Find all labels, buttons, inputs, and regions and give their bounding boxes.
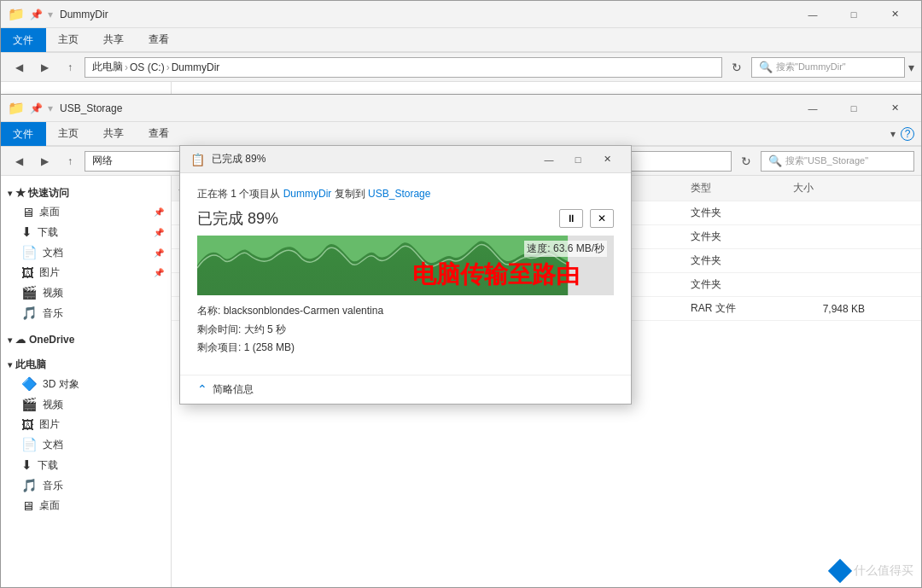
minimize-button-back[interactable]: — (793, 1, 832, 28)
pictures-icon: 🖼 (21, 265, 34, 280)
settings-icon-back: ▾ (908, 61, 914, 74)
ribbon-dummydir: 文件 主页 共享 查看 (1, 28, 921, 53)
sidebar-item-downloads[interactable]: ⬇ 下载 📌 (1, 222, 171, 242)
minimize-button-usb[interactable]: — (793, 95, 832, 122)
forward-button-back[interactable]: ▶ (33, 57, 55, 78)
docs2-label: 文档 (43, 438, 63, 452)
downloads-label: 下载 (38, 225, 58, 240)
watermark-label: 什么值得买 (854, 563, 913, 579)
search-box-usb[interactable]: 🔍 搜索"USB_Storage" (761, 151, 914, 172)
dest-link[interactable]: USB_Storage (368, 188, 430, 200)
desktop2-label: 桌面 (39, 498, 60, 513)
close-button-back[interactable]: ✕ (875, 1, 914, 28)
window-controls-dummydir: — □ ✕ (793, 1, 914, 28)
pin-desktop-icon: 📌 (154, 207, 164, 217)
progress-dialog: 📋 已完成 89% — □ ✕ 正在将 1 个项目从 DummyDir 复制到 … (179, 145, 632, 405)
ribbon-tabs-dummydir: 文件 主页 共享 查看 (1, 28, 921, 52)
quick-access-label: ★ 快速访问 (15, 186, 69, 201)
tab-file-back[interactable]: 文件 (1, 28, 46, 52)
sidebar-onedrive[interactable]: ▾ ☁ OneDrive (1, 330, 171, 347)
progress-controls: ⏸ ✕ (559, 209, 614, 228)
sidebar-item-pictures2[interactable]: 🖼 图片 (1, 415, 171, 434)
close-button-usb[interactable]: ✕ (875, 95, 914, 122)
speed-label: 速度: 63.6 MB/秒 (524, 241, 607, 257)
tab-home-usb[interactable]: 主页 (46, 122, 91, 145)
dialog-title-bar: 📋 已完成 89% — □ ✕ (180, 146, 631, 173)
logo-diamond-icon (828, 559, 852, 583)
dialog-minimize-button[interactable]: — (535, 150, 563, 169)
sidebar-item-downloads2[interactable]: ⬇ 下载 (1, 455, 171, 475)
onedrive-icon: ☁ (15, 334, 26, 346)
videos2-icon: 🎬 (21, 397, 38, 412)
sidebar-item-documents[interactable]: 📄 文档 📌 (1, 242, 171, 263)
folder-icon-usb: 📁 (8, 100, 25, 116)
maximize-button-back[interactable]: □ (834, 1, 873, 28)
col-header-size[interactable]: 大小 (786, 179, 872, 197)
page-watermark: 什么值得买 (832, 562, 913, 579)
docs2-icon: 📄 (21, 437, 38, 452)
videos-icon: 🎬 (21, 285, 38, 300)
documents-icon: 📄 (21, 245, 38, 260)
refresh-button-back[interactable]: ↻ (726, 57, 748, 78)
sidebar-item-music2[interactable]: 🎵 音乐 (1, 475, 171, 496)
tab-view-back[interactable]: 查看 (137, 28, 182, 51)
progress-percent-row: 已完成 89% ⏸ ✕ (197, 208, 614, 229)
dialog-footer[interactable]: ⌃ 简略信息 (180, 375, 631, 404)
window-title-dummydir: DummyDir (60, 9, 793, 20)
this-pc-label: 此电脑 (15, 358, 46, 372)
desktop-icon: 🖥 (21, 205, 34, 219)
title-separator: ▾ (48, 9, 53, 20)
tab-home-back[interactable]: 主页 (46, 28, 91, 51)
progress-details: 名称: blacksonblondes-Carmen valentina 剩余时… (197, 302, 614, 358)
back-button-back[interactable]: ◀ (8, 57, 30, 78)
3d-icon: 🔷 (21, 376, 38, 392)
sidebar-item-desktop2[interactable]: 🖥 桌面 (1, 496, 171, 515)
tab-view-usb[interactable]: 查看 (137, 122, 182, 145)
sidebar-item-music[interactable]: 🎵 音乐 (1, 303, 171, 323)
music2-icon: 🎵 (21, 478, 38, 493)
window-title-usb: USB_Storage (60, 102, 793, 114)
sidebar-usb: ▾ ★ 快速访问 🖥 桌面 📌 ⬇ 下载 📌 📄 文档 📌 🖼 图片 (1, 176, 172, 587)
title-folder-icons-usb: 📁 📌 ▾ (8, 100, 53, 116)
up-button-usb[interactable]: ↑ (59, 151, 81, 172)
tab-file-usb[interactable]: 文件 (1, 122, 46, 146)
pictures2-label: 图片 (39, 417, 60, 432)
up-button-back[interactable]: ↑ (59, 57, 81, 78)
sidebar-item-3d[interactable]: 🔷 3D 对象 (1, 374, 171, 394)
sidebar-item-pictures[interactable]: 🖼 图片 📌 (1, 263, 171, 282)
sidebar-this-pc[interactable]: ▾ 此电脑 (1, 354, 171, 374)
address-path-back[interactable]: 此电脑 › OS (C:) › DummyDir (85, 57, 722, 78)
dialog-title-text: 已完成 89% (212, 152, 535, 166)
pin-docs-icon: 📌 (154, 248, 164, 258)
chevron-onedrive-icon: ▾ (8, 335, 12, 345)
search-icon-back: 🔍 (759, 61, 773, 73)
file-name-detail: 名称: blacksonblondes-Carmen valentina (197, 302, 614, 321)
pause-button[interactable]: ⏸ (559, 209, 583, 228)
forward-button-usb[interactable]: ▶ (33, 151, 55, 172)
col-header-type[interactable]: 类型 (684, 179, 786, 197)
refresh-button-usb[interactable]: ↻ (735, 151, 757, 172)
dialog-maximize-button[interactable]: □ (564, 150, 592, 169)
maximize-button-usb[interactable]: □ (834, 95, 873, 122)
path-part-3: DummyDir (172, 61, 220, 73)
dialog-close-button[interactable]: ✕ (593, 150, 621, 169)
sidebar-item-desktop[interactable]: 🖥 桌面 📌 (1, 202, 171, 222)
tab-share-usb[interactable]: 共享 (91, 122, 137, 145)
ribbon-tabs-usb: 文件 主页 共享 查看 ▾ ? (1, 122, 921, 146)
sidebar-quick-access[interactable]: ▾ ★ 快速访问 (1, 183, 171, 202)
sidebar-item-docs2[interactable]: 📄 文档 (1, 434, 171, 455)
back-button-usb[interactable]: ◀ (8, 151, 30, 172)
stop-button[interactable]: ✕ (590, 209, 614, 228)
3d-label: 3D 对象 (43, 377, 79, 392)
source-link[interactable]: DummyDir (283, 188, 332, 200)
sidebar-item-videos[interactable]: 🎬 视频 (1, 282, 171, 303)
search-box-back[interactable]: 🔍 搜索"DummyDir" (751, 57, 905, 78)
sidebar-item-videos2[interactable]: 🎬 视频 (1, 394, 171, 415)
pin-icon: 📌 (30, 9, 43, 20)
tab-share-back[interactable]: 共享 (91, 28, 137, 51)
time-remaining-detail: 剩余时间: 大约 5 秒 (197, 321, 614, 340)
pin-icon-usb: 📌 (30, 102, 43, 114)
chevron-quick-access-icon: ▾ (8, 189, 12, 198)
desktop-label: 桌面 (39, 205, 60, 219)
toggle-icon: ⌃ (197, 382, 207, 396)
